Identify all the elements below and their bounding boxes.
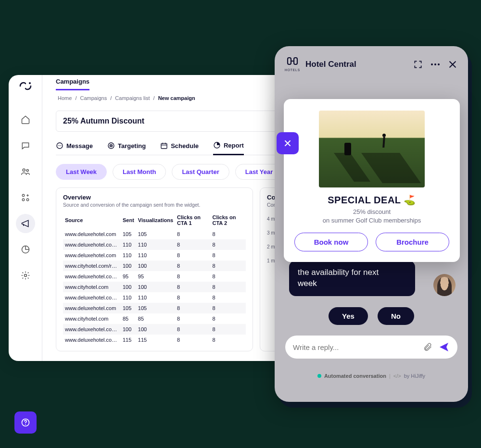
code-icon: </> — [393, 373, 401, 379]
sidebar — [9, 75, 42, 361]
reply-box — [285, 336, 457, 359]
report-icon — [213, 141, 221, 149]
calendar-icon — [160, 142, 168, 149]
quick-reply-yes[interactable]: Yes — [329, 307, 368, 325]
widget-title: Hotel Central — [305, 60, 407, 69]
tab-report[interactable]: Report — [213, 141, 244, 155]
table-row: www.deluxehotel.com/roo959588 — [63, 271, 246, 282]
overview-sub: Source and conversion of the campaign se… — [63, 202, 246, 208]
crumb-campaigns[interactable]: Campaigns — [80, 95, 107, 101]
tab-targeting[interactable]: Targeting — [107, 141, 146, 155]
table-row: www.cityhotel.com858588 — [63, 313, 246, 324]
help-button[interactable] — [14, 411, 37, 434]
attachment-icon[interactable] — [423, 342, 432, 352]
reply-input[interactable] — [293, 343, 417, 351]
widget-header: HOTELS Hotel Central — [275, 46, 468, 78]
promo-card: SPECIAL DEAL ⛳ 25% discount on summer Go… — [284, 99, 460, 262]
target-icon — [107, 142, 115, 149]
nav-contacts-icon[interactable] — [16, 162, 35, 181]
nav-chat-icon[interactable] — [16, 136, 35, 155]
svg-point-4 — [22, 199, 25, 201]
crumb-current: New campaign — [158, 95, 195, 101]
nav-analytics-icon[interactable] — [16, 240, 35, 259]
svg-point-18 — [434, 63, 436, 65]
widget-footer: Automated conversation | </> by HiJiffy — [275, 373, 468, 379]
crumb-campaigns-list[interactable]: Campaigns list — [115, 95, 150, 101]
expand-icon[interactable] — [413, 60, 423, 69]
table-row: www.deluxehotel.com11011088 — [63, 250, 246, 261]
brochure-button[interactable]: Brochure — [376, 233, 449, 251]
avatar — [433, 274, 456, 296]
more-icon[interactable] — [430, 63, 440, 66]
status-dot-icon — [317, 374, 321, 378]
table-row: www.cityhotel.com/roo...10010088 — [63, 261, 246, 271]
table-row: www.deluxehotel.com/p...11511588 — [63, 335, 246, 345]
send-icon[interactable] — [438, 341, 450, 353]
close-icon[interactable] — [448, 60, 457, 69]
svg-point-19 — [438, 63, 440, 65]
overview-table: Source Sent Visualizations Clicks on CTA… — [63, 212, 246, 345]
svg-point-2 — [26, 169, 28, 171]
topbar-tab-campaigns[interactable]: Campaigns — [56, 78, 89, 90]
chat-bubble-assistant: the availability for next week — [289, 261, 415, 296]
nav-home-icon[interactable] — [16, 110, 35, 129]
hotel-logo: HOTELS — [285, 57, 300, 72]
svg-point-17 — [431, 63, 433, 65]
pill-last-month[interactable]: Last Month — [113, 164, 166, 180]
svg-point-5 — [26, 199, 29, 201]
table-row: www.deluxehotel.com/r...11011088 — [63, 239, 246, 250]
message-icon — [56, 142, 63, 149]
nav-settings-icon[interactable] — [16, 266, 35, 285]
pill-last-week[interactable]: Last Week — [56, 164, 107, 180]
table-row: www.deluxehotel.com/p...11011088 — [63, 292, 246, 303]
promo-image — [319, 111, 425, 187]
tab-message[interactable]: Message — [56, 141, 93, 155]
pill-last-quarter[interactable]: Last Quarter — [172, 164, 229, 180]
quick-reply-no[interactable]: No — [378, 307, 414, 325]
svg-rect-12 — [161, 143, 167, 149]
nav-apps-icon[interactable] — [16, 188, 35, 207]
table-row: www.deluxehotel.com10510588 — [63, 303, 246, 313]
promo-title: SPECIAL DEAL ⛳ — [294, 194, 449, 206]
overview-heading: Overview — [63, 194, 246, 201]
tab-schedule[interactable]: Schedule — [160, 141, 199, 155]
quick-reply-row: Yes No — [275, 307, 468, 325]
table-row: www.deluxehotel.com10510588 — [63, 229, 246, 239]
svg-point-0 — [29, 82, 31, 84]
overview-card: Overview Source and conversion of the ca… — [56, 187, 253, 351]
app-logo — [18, 79, 33, 93]
svg-point-11 — [111, 145, 111, 146]
book-now-button[interactable]: Book now — [294, 233, 368, 251]
svg-point-1 — [23, 169, 25, 171]
table-row: www.cityhotel.com10010088 — [63, 282, 246, 292]
svg-point-7 — [24, 274, 26, 277]
nav-campaigns-icon[interactable] — [16, 214, 35, 233]
svg-point-3 — [22, 194, 25, 197]
table-row: www.deluxehotel.com/a...10010088 — [63, 324, 246, 335]
crumb-home[interactable]: Home — [58, 95, 72, 101]
close-panel-button[interactable] — [277, 132, 299, 154]
